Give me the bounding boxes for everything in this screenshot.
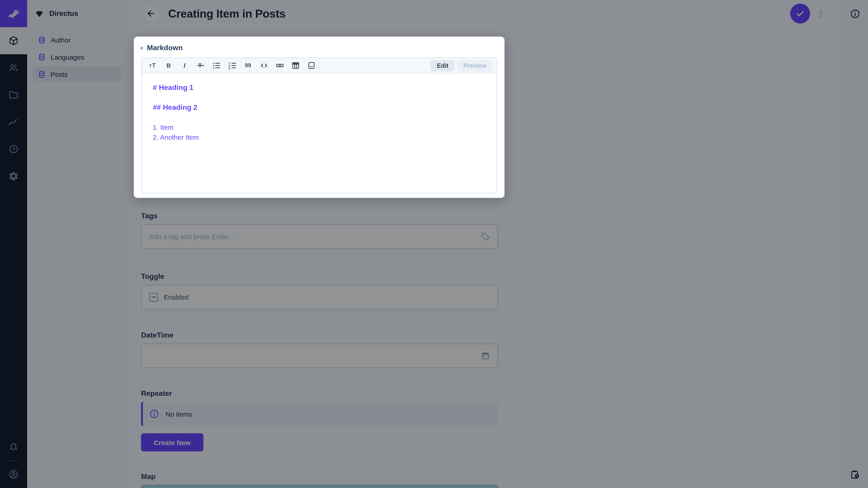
code-icon[interactable] bbox=[258, 60, 270, 71]
format-list-bulleted-icon[interactable] bbox=[211, 60, 222, 71]
edited-dot-indicator bbox=[140, 46, 143, 50]
markdown-textarea[interactable]: # Heading 1 ## Heading 2 1. Item 2. Anot… bbox=[142, 74, 496, 151]
format-size-icon[interactable]: TT bbox=[147, 60, 159, 71]
markdown-line: 1. Item bbox=[153, 123, 486, 132]
format-quote-icon[interactable]: 99 bbox=[242, 60, 254, 71]
markdown-line: ## Heading 2 bbox=[153, 103, 486, 112]
markdown-label: Markdown bbox=[147, 44, 183, 52]
svg-text:I: I bbox=[183, 62, 186, 69]
table-icon[interactable] bbox=[290, 60, 302, 71]
svg-text:3: 3 bbox=[228, 67, 230, 70]
markdown-line: 2. Another Item bbox=[153, 132, 486, 142]
app-window: ? Directus bbox=[0, 0, 868, 488]
image-icon[interactable] bbox=[306, 60, 317, 71]
format-list-numbered-icon[interactable]: 123 bbox=[226, 60, 238, 71]
markdown-line: # Heading 1 bbox=[153, 83, 486, 93]
edit-tab-button[interactable]: Edit bbox=[431, 60, 455, 71]
svg-text:T: T bbox=[152, 62, 156, 68]
svg-text:B: B bbox=[166, 62, 170, 69]
markdown-label-row: Markdown bbox=[141, 43, 497, 53]
preview-tab-button[interactable]: Preview bbox=[457, 60, 493, 71]
format-italic-icon[interactable]: I bbox=[179, 60, 191, 71]
format-bold-icon[interactable]: B bbox=[163, 60, 175, 71]
svg-text:99: 99 bbox=[245, 62, 251, 68]
markdown-toolbar: TT B I T 123 99 bbox=[142, 58, 496, 74]
svg-text:T: T bbox=[149, 64, 152, 68]
format-strikethrough-icon[interactable]: T bbox=[195, 60, 207, 71]
link-icon[interactable] bbox=[274, 60, 286, 71]
markdown-editor: TT B I T 123 99 bbox=[141, 57, 497, 193]
markdown-field-card: Markdown TT B I T 123 bbox=[134, 37, 504, 198]
